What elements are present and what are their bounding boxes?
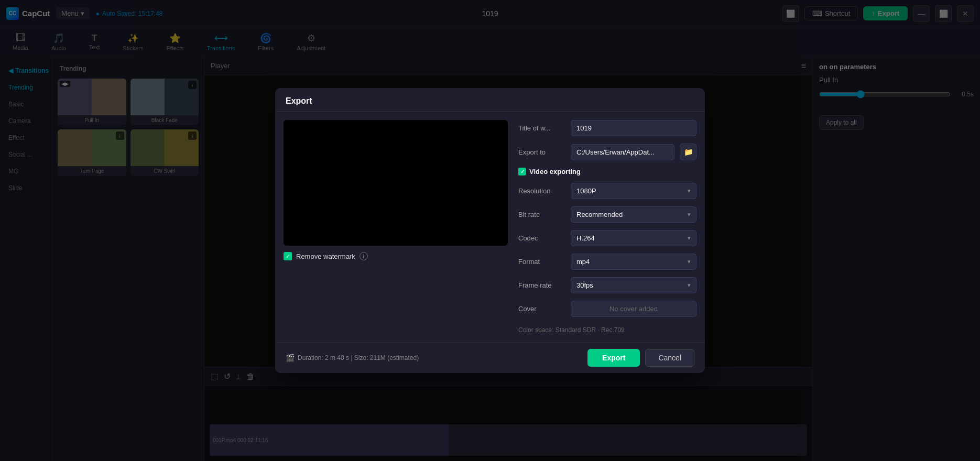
export-path-input[interactable] xyxy=(571,144,674,160)
framerate-select[interactable]: 30fps ▾ xyxy=(571,277,696,293)
remove-watermark-checkbox[interactable] xyxy=(284,252,292,260)
format-row: Format mp4 ▾ xyxy=(518,254,696,270)
title-input[interactable] xyxy=(571,120,696,136)
watermark-info-icon[interactable]: i xyxy=(360,252,368,260)
format-value: mp4 xyxy=(576,258,590,266)
cancel-button[interactable]: Cancel xyxy=(645,349,694,367)
cover-placeholder[interactable]: No cover added xyxy=(571,301,696,317)
bitrate-row: Bit rate Recommended ▾ xyxy=(518,206,696,223)
export-info: 🎬 Duration: 2 m 40 s | Size: 211M (estim… xyxy=(286,354,419,362)
framerate-chevron-icon: ▾ xyxy=(688,282,691,289)
folder-browse-button[interactable]: 📁 xyxy=(680,144,696,160)
modal-right: Title of w... Export to 📁 Video exportin… xyxy=(518,120,696,334)
resolution-label: Resolution xyxy=(518,187,565,195)
export-label: Export xyxy=(602,354,625,362)
color-space-text: Color space: Standard SDR · Rec.709 xyxy=(518,326,696,334)
format-chevron-icon: ▾ xyxy=(688,258,691,265)
modal-footer: 🎬 Duration: 2 m 40 s | Size: 211M (estim… xyxy=(275,342,705,373)
video-preview xyxy=(284,120,508,246)
cover-label: Cover xyxy=(518,305,565,313)
format-select[interactable]: mp4 ▾ xyxy=(571,254,696,270)
resolution-row: Resolution 1080P ▾ xyxy=(518,183,696,199)
framerate-value: 30fps xyxy=(576,281,593,289)
watermark-row: Remove watermark i xyxy=(284,252,508,260)
format-label: Format xyxy=(518,258,565,266)
modal-title: Export xyxy=(275,88,705,112)
bitrate-select[interactable]: Recommended ▾ xyxy=(571,206,696,223)
footer-buttons: Export Cancel xyxy=(587,349,694,367)
modal-overlay: Export Remove watermark i Title of w... xyxy=(0,0,980,461)
resolution-chevron-icon: ▾ xyxy=(688,188,691,194)
title-label: Title of w... xyxy=(518,124,565,132)
export-modal: Export Remove watermark i Title of w... xyxy=(275,88,705,373)
modal-left: Remove watermark i xyxy=(284,120,508,334)
cover-row: Cover No cover added xyxy=(518,301,696,317)
codec-value: H.264 xyxy=(576,234,595,242)
export-to-row: Export to 📁 xyxy=(518,144,696,160)
codec-chevron-icon: ▾ xyxy=(688,235,691,242)
codec-label: Codec xyxy=(518,234,565,242)
remove-watermark-label: Remove watermark xyxy=(296,253,355,260)
codec-row: Codec H.264 ▾ xyxy=(518,230,696,246)
video-exporting-checkbox[interactable] xyxy=(518,168,526,175)
resolution-value: 1080P xyxy=(576,187,596,195)
title-row: Title of w... xyxy=(518,120,696,136)
film-icon: 🎬 xyxy=(286,354,295,362)
framerate-label: Frame rate xyxy=(518,281,565,289)
video-exporting-label: Video exporting xyxy=(529,168,581,175)
cancel-label: Cancel xyxy=(658,354,681,362)
modal-body: Remove watermark i Title of w... Export … xyxy=(275,112,705,342)
duration-size-info: Duration: 2 m 40 s | Size: 211M (estimat… xyxy=(298,354,419,361)
bitrate-label: Bit rate xyxy=(518,211,565,218)
folder-icon: 📁 xyxy=(684,148,693,156)
framerate-row: Frame rate 30fps ▾ xyxy=(518,277,696,293)
video-exporting-section-title: Video exporting xyxy=(518,168,696,175)
bitrate-value: Recommended xyxy=(576,211,623,218)
bitrate-chevron-icon: ▾ xyxy=(688,211,691,218)
export-button[interactable]: Export xyxy=(587,349,640,367)
codec-select[interactable]: H.264 ▾ xyxy=(571,230,696,246)
export-to-label: Export to xyxy=(518,148,565,156)
resolution-select[interactable]: 1080P ▾ xyxy=(571,183,696,199)
